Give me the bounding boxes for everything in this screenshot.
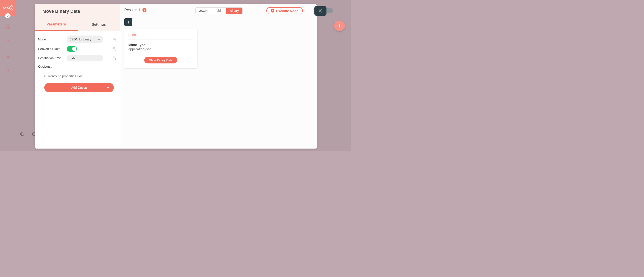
svg-point-34 <box>115 58 116 59</box>
tab-settings[interactable]: Settings <box>78 18 120 31</box>
sidebar-expand-button[interactable] <box>5 13 10 18</box>
convert-all-data-toggle[interactable] <box>67 46 77 52</box>
view-table-button[interactable]: Table <box>211 7 226 14</box>
zoom-in-icon <box>20 132 24 137</box>
zoom-in-button[interactable] <box>18 131 26 138</box>
sidebar-item-credentials[interactable] <box>0 35 16 48</box>
config-tabs: Parameters Settings <box>35 18 120 31</box>
play-icon <box>271 9 274 12</box>
app-logo[interactable] <box>0 0 16 16</box>
svg-point-30 <box>115 39 116 41</box>
tab-parameters[interactable]: Parameters <box>35 18 78 31</box>
data-card-title: data <box>128 33 193 40</box>
svg-rect-9 <box>9 28 10 29</box>
convert-options-button[interactable] <box>112 47 117 51</box>
svg-line-19 <box>23 135 24 136</box>
svg-point-2 <box>11 5 12 7</box>
info-icon: i <box>144 9 145 11</box>
mime-type-value: application/json <box>128 47 193 51</box>
no-properties-text: Currently no properties exist <box>38 71 117 81</box>
svg-point-10 <box>6 41 8 43</box>
param-destkey-row: Destination Key: data <box>38 55 117 61</box>
chevron-down-icon <box>98 38 100 41</box>
n8n-logo-icon <box>3 5 12 10</box>
results-info-button[interactable]: i <box>142 8 146 12</box>
gear-icon <box>113 56 117 60</box>
key-icon <box>5 39 10 44</box>
sitemap-icon <box>5 24 10 29</box>
view-mode-toggle: JSON Table Binary <box>196 7 242 14</box>
svg-point-12 <box>6 56 6 57</box>
svg-rect-7 <box>7 25 8 26</box>
node-title: Move Binary Data <box>42 9 80 14</box>
toggle-knob <box>72 47 76 51</box>
svg-point-0 <box>4 7 5 9</box>
add-node-button[interactable] <box>334 20 345 31</box>
svg-point-32 <box>115 49 116 50</box>
plus-icon <box>337 23 342 28</box>
show-binary-data-button[interactable]: Show Binary Data <box>144 57 177 63</box>
execute-node-label: Execute Node <box>276 9 298 13</box>
view-binary-button[interactable]: Binary <box>226 7 242 14</box>
panel-header: Move Binary Data <box>35 4 120 18</box>
execute-node-button[interactable]: Execute Node <box>266 7 303 14</box>
node-config-panel: Move Binary Data Parameters Settings Mod… <box>35 4 120 149</box>
convert-label: Convert all Data: <box>38 47 65 51</box>
add-option-label: Add Option <box>71 86 87 89</box>
chevron-down-icon <box>107 86 109 89</box>
results-panel: Results: 1 i JSON Table Binary Execute N… <box>120 4 317 149</box>
close-button[interactable] <box>314 6 326 16</box>
destkey-options-button[interactable] <box>112 56 117 60</box>
mime-type-label: Mime Type: <box>128 43 193 47</box>
svg-point-1 <box>8 7 10 9</box>
node-editor-modal: Move Binary Data Parameters Settings Mod… <box>35 4 317 149</box>
param-mode-row: Mode: JSON to Binary <box>38 35 117 43</box>
param-convert-row: Convert all Data: <box>38 46 117 52</box>
show-binary-label: Show Binary Data <box>149 58 172 62</box>
svg-point-3 <box>11 9 12 10</box>
binary-data-card: data Mime Type: application/json Show Bi… <box>124 29 197 68</box>
mode-label: Mode: <box>38 37 65 41</box>
svg-point-17 <box>8 72 8 73</box>
sidebar-item-executions[interactable] <box>0 50 16 62</box>
sidebar-item-help[interactable] <box>0 65 16 77</box>
mode-select-value: JSON to Binary <box>70 37 91 41</box>
mode-select[interactable]: JSON to Binary <box>67 35 103 43</box>
mode-options-button[interactable] <box>112 37 117 41</box>
chevron-right-icon <box>7 14 9 17</box>
left-sidebar <box>0 0 16 151</box>
svg-rect-8 <box>6 28 7 29</box>
svg-line-5 <box>9 6 11 7</box>
gear-icon <box>113 37 117 41</box>
close-icon <box>318 8 323 13</box>
destination-key-value: data <box>70 56 75 60</box>
results-label: Results: 1 <box>124 8 140 12</box>
parameters-body: Mode: JSON to Binary <box>35 31 120 95</box>
view-json-button[interactable]: JSON <box>196 7 211 14</box>
gear-icon <box>113 47 117 51</box>
svg-point-13 <box>6 57 6 58</box>
question-icon <box>6 69 10 73</box>
svg-line-6 <box>9 8 11 9</box>
result-index-badge[interactable]: 1 <box>124 18 132 26</box>
destination-key-input[interactable]: data <box>67 55 103 61</box>
options-header: Options: <box>38 64 117 70</box>
svg-point-11 <box>6 55 6 55</box>
sidebar-item-workflows[interactable] <box>0 20 16 33</box>
list-icon <box>5 54 10 59</box>
add-option-button[interactable]: Add Option <box>44 83 114 92</box>
destkey-label: Destination Key: <box>38 56 65 60</box>
